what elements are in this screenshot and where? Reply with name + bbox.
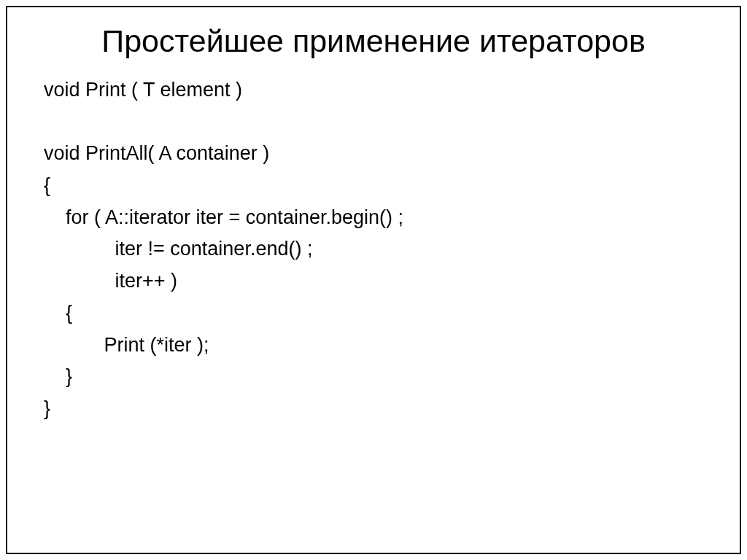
slide-frame: Простейшее применение итераторов void Pr… bbox=[6, 6, 741, 554]
slide-title: Простейшее применение итераторов bbox=[44, 22, 703, 61]
code-line: for ( A::iterator iter = container.begin… bbox=[44, 206, 403, 228]
code-block: void Print ( T element ) void PrintAll( … bbox=[44, 74, 703, 425]
code-line: } bbox=[44, 365, 72, 387]
code-line: } bbox=[44, 397, 50, 419]
code-line: void PrintAll( A container ) bbox=[44, 142, 269, 164]
code-line: Print (*iter ); bbox=[44, 334, 209, 356]
code-line: iter != container.end() ; bbox=[44, 238, 312, 260]
code-line: { bbox=[44, 302, 72, 324]
code-line: iter++ ) bbox=[44, 270, 177, 292]
code-line: void Print ( T element ) bbox=[44, 79, 242, 101]
code-line: { bbox=[44, 174, 50, 196]
